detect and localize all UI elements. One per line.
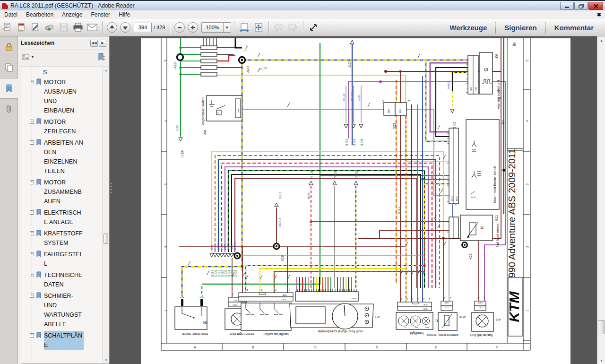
menu-hilfe[interactable]: Hilfe (114, 10, 134, 19)
svg-text:/1.E6: /1.E6 (181, 150, 184, 157)
svg-text:/2.B6: /2.B6 (221, 269, 224, 277)
bookmark-item[interactable]: + KRAFTSTOFFSYSTEM (28, 229, 103, 248)
doc-scrollbar-thumb[interactable] (598, 320, 605, 334)
bookmark-item[interactable]: + SCHMIER- UND WARTUNGSTABELLE (28, 291, 103, 329)
zoom-dropdown-icon[interactable]: ▼ (223, 23, 231, 32)
svg-text:low: low (415, 327, 418, 329)
bookmark-item-selected[interactable]: + SCHALTPLÄNE (28, 331, 103, 350)
restore-button[interactable] (574, 2, 588, 10)
zoom-level-select[interactable]: 100% ▼ (201, 22, 231, 33)
comment-link[interactable]: Kommentar (546, 24, 602, 32)
menubar-close-icon[interactable]: ✖ (597, 10, 601, 19)
bookmark-item[interactable]: + MOTOR ZUSAMMENBAUEN (28, 178, 103, 206)
page-number-input[interactable] (134, 23, 152, 32)
bookmark-options-icon[interactable] (22, 54, 29, 60)
sign-link[interactable]: Signieren (496, 24, 545, 32)
zoom-out-button[interactable] (174, 22, 185, 33)
svg-text:3: 3 (261, 288, 262, 291)
expander-icon[interactable]: + (30, 333, 34, 338)
bookmark-icon (36, 179, 42, 187)
bookmark-item[interactable]: + MOTOR ZERLEGEN (28, 117, 103, 136)
next-page-button[interactable] (120, 22, 130, 33)
menu-bearbeiten[interactable]: Bearbeiten (22, 10, 58, 19)
bookmark-label[interactable]: FAHRGESTELL (44, 250, 84, 269)
bookmark-item[interactable]: + ELEKTRISCHE ANLAGE (28, 208, 103, 227)
expander-icon[interactable]: + (30, 80, 34, 84)
new-bookmark-icon[interactable] (97, 53, 105, 61)
menu-anzeige[interactable]: Anzeige (58, 10, 86, 19)
zoom-in-button[interactable] (188, 22, 198, 33)
menu-fenster[interactable]: Fenster (86, 10, 114, 19)
bookmarks-scrollbar[interactable]: ▲ ▼ (103, 67, 109, 363)
expander-icon[interactable]: + (30, 231, 34, 235)
bookmark-label[interactable]: MOTOR AUSBAUEN UND EINBAUEN (44, 78, 84, 115)
create-pdf-button[interactable] (15, 21, 27, 34)
close-button[interactable] (588, 2, 603, 10)
svg-text:1,169: 1,169 (243, 45, 248, 52)
svg-text:-X22: -X22 (469, 253, 472, 260)
scrollbar-thumb[interactable] (104, 234, 108, 244)
tools-link[interactable]: Werkzeuge (441, 24, 495, 32)
scroll-down-icon[interactable]: ▼ (103, 357, 109, 363)
fit-page-button[interactable] (252, 21, 265, 34)
bookmark-item[interactable]: + FAHRGESTELL (28, 250, 103, 269)
print-button[interactable] (72, 21, 84, 34)
doc-scroll-up-icon[interactable]: ▲ (597, 36, 605, 44)
security-lock-icon[interactable] (0, 36, 18, 57)
bookmark-item[interactable]: + ARBEITEN AN DEN EINZELNEN TEILEN (28, 138, 103, 176)
expander-icon[interactable]: + (30, 294, 34, 298)
expander-icon[interactable]: + (30, 140, 34, 145)
minimize-button[interactable] (560, 2, 574, 10)
expander-icon[interactable]: + (30, 273, 34, 277)
panel-resize-grip[interactable] (110, 182, 112, 194)
open-file-button[interactable] (1, 21, 13, 34)
bookmark-label[interactable]: ARBEITEN AN DEN EINZELNEN TEILEN (44, 138, 84, 176)
menu-datei[interactable]: Datei (0, 10, 22, 19)
title-block: in 990 Adventure ABS 2009-2011 KTM (506, 43, 522, 322)
expand-panel-button[interactable]: ▶ (99, 40, 106, 47)
title-bar[interactable]: RA LC8 2011.pdf (GESCHÜTZT) - Adobe Read… (0, 0, 605, 10)
bookmark-label[interactable]: SCHMIER- UND WARTUNGSTABELLE (44, 291, 84, 329)
previous-page-button[interactable] (107, 22, 117, 33)
svg-text:2:1: 2:1 (382, 99, 384, 103)
zoom-value: 100% (202, 25, 223, 30)
svg-text:front brake switch: front brake switch (182, 332, 208, 336)
svg-text:1: 1 (408, 100, 410, 101)
bookmark-icon (36, 78, 42, 87)
options-dropdown-icon[interactable]: ▼ (31, 55, 35, 59)
email-button[interactable] (86, 21, 98, 34)
pages-panel-icon[interactable] (0, 57, 18, 78)
svg-text:-H3: -H3 (496, 318, 501, 321)
bookmark-overflow-text[interactable]: S (43, 68, 103, 77)
bookmark-item[interactable]: + TECHNISCHE DATEN (28, 270, 103, 289)
navigation-icon-strip (0, 36, 18, 364)
expander-icon[interactable]: + (30, 252, 34, 256)
bookmark-label[interactable]: TECHNISCHE DATEN (44, 270, 84, 289)
scroll-up-icon[interactable]: ▲ (103, 67, 109, 73)
svg-text:XLP1: XLP1 (211, 244, 213, 250)
bookmark-label[interactable]: KRAFTSTOFFSYSTEM (44, 229, 84, 248)
attachments-paperclip-icon[interactable] (0, 99, 18, 120)
bookmark-label[interactable]: MOTOR ZUSAMMENBAUEN (44, 178, 84, 206)
document-scrollbar[interactable]: ▲ ▼ (597, 36, 605, 364)
bookmarks-panel-icon[interactable] (0, 78, 18, 99)
collapse-panel-button[interactable]: ◀◀ (90, 40, 98, 47)
fit-width-button[interactable] (238, 21, 251, 34)
svg-text:AWk: AWk (283, 294, 287, 296)
expander-icon[interactable]: + (30, 180, 34, 184)
reading-mode-button[interactable] (307, 21, 320, 34)
sign-document-button[interactable] (29, 21, 42, 34)
bookmark-label[interactable]: ELEKTRISCHE ANLAGE (44, 208, 84, 227)
svg-text:-B11: -B11 (495, 215, 498, 222)
pdf-app-icon (2, 3, 8, 9)
svg-text:1: 1 (484, 297, 485, 299)
expander-icon[interactable]: + (30, 210, 34, 215)
bookmark-item[interactable]: + MOTOR AUSBAUEN UND EINBAUEN (28, 78, 103, 115)
doc-scroll-down-icon[interactable]: ▼ (597, 356, 605, 364)
bookmark-label[interactable]: SCHALTPLÄNE (44, 331, 84, 350)
bookmark-label[interactable]: MOTOR ZERLEGEN (44, 117, 84, 136)
send-upload-button[interactable] (43, 21, 56, 34)
bundle-terminals: XLP1 TALP1 beleP1 fme-P1 IMLP1 ImmP1 ALA… (210, 243, 237, 277)
expander-icon[interactable]: + (30, 120, 34, 124)
svg-text:-X19: -X19 (281, 255, 284, 262)
